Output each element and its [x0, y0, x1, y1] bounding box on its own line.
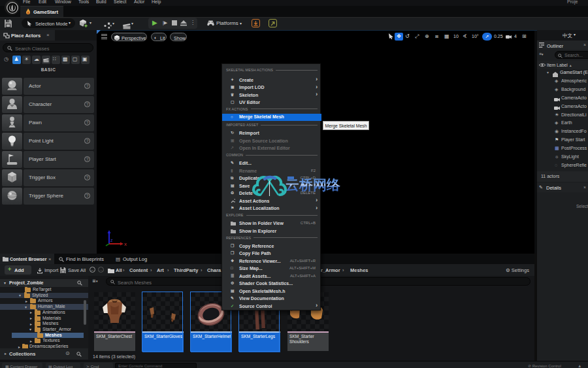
svg-text:x: x — [124, 241, 127, 247]
svg-text:z: z — [110, 238, 113, 243]
